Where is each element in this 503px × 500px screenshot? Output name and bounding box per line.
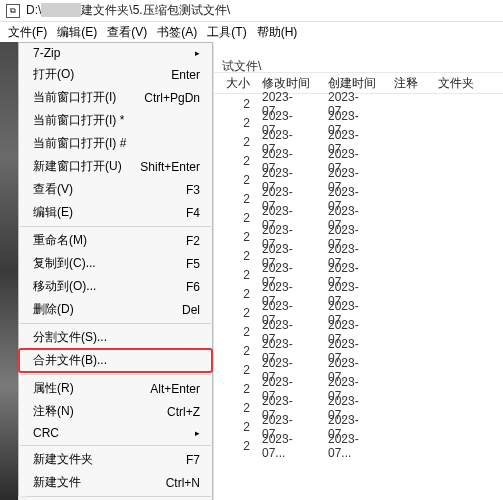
menu-item-label: 新建窗口打开(U) [33,158,122,175]
menu-item[interactable]: 新建窗口打开(U)Shift+Enter [19,155,212,178]
cell-size: 2 [214,268,256,282]
cell-size: 2 [214,287,256,301]
menu-item[interactable]: 复制到(C)...F5 [19,252,212,275]
menu-item[interactable]: 当前窗口打开(I) * [19,109,212,132]
menu-item[interactable]: 重命名(M)F2 [19,229,212,252]
menu-item-label: 新建文件夹 [33,451,93,468]
title-prefix: D:\ [26,3,41,17]
menubar: 文件(F) 编辑(E) 查看(V) 书签(A) 工具(T) 帮助(H) [0,22,503,42]
file-area: 试文件\ 大小 修改时间 创建时间 注释 文件夹 22023-07...2023… [214,42,503,500]
footer-path [18,496,26,500]
menu-item[interactable]: 当前窗口打开(I) # [19,132,212,155]
cell-size: 2 [214,439,256,453]
menu-item-label: 编辑(E) [33,204,73,221]
menu-item-shortcut: F4 [186,206,200,220]
menu-item-shortcut: F3 [186,183,200,197]
file-menu-dropdown: 7-Zip打开(O)Enter当前窗口打开(I)Ctrl+PgDn当前窗口打开(… [18,42,213,500]
cell-size: 2 [214,211,256,225]
menu-item-shortcut: Ctrl+PgDn [144,91,200,105]
cell-size: 2 [214,306,256,320]
menu-separator [20,226,211,227]
menu-item-shortcut: Ctrl+N [166,476,200,490]
menu-item-shortcut: Alt+Enter [150,382,200,396]
menu-item-label: 新建文件 [33,474,81,491]
content: 7-Zip打开(O)Enter当前窗口打开(I)Ctrl+PgDn当前窗口打开(… [0,42,503,500]
menu-separator [20,445,211,446]
menu-item-label: 7-Zip [33,46,60,60]
menu-file[interactable]: 文件(F) [4,22,51,43]
menu-separator [20,323,211,324]
menu-item-label: 注释(N) [33,403,74,420]
menu-item-label: 当前窗口打开(I) # [33,135,126,152]
menu-item-label: 属性(R) [33,380,74,397]
app-icon: ⧉ [6,4,20,18]
menu-item-label: 打开(O) [33,66,74,83]
title-path: D:\xx建文件夹\5.压缩包测试文件\ [26,2,230,19]
col-folder[interactable]: 文件夹 [432,75,503,92]
cell-size: 2 [214,135,256,149]
menu-item-label: 当前窗口打开(I) * [33,112,124,129]
col-size[interactable]: 大小 [214,75,256,92]
menu-item-label: 合并文件(B)... [33,352,107,369]
menu-item-label: 重命名(M) [33,232,87,249]
menu-item-shortcut: F5 [186,257,200,271]
cell-size: 2 [214,249,256,263]
menu-item-label: 移动到(O)... [33,278,96,295]
titlebar: ⧉ D:\xx建文件夹\5.压缩包测试文件\ [0,0,503,22]
title-blur: xx [41,3,81,17]
menu-tools[interactable]: 工具(T) [203,22,250,43]
menu-item[interactable]: 7-Zip [19,43,212,63]
menu-item-shortcut: F7 [186,453,200,467]
rows: 22023-07...2023-07...22023-07...2023-07.… [214,94,503,455]
menu-bookmark[interactable]: 书签(A) [153,22,201,43]
menu-item[interactable]: 合并文件(B)... [19,349,212,372]
cell-size: 2 [214,363,256,377]
cell-size: 2 [214,344,256,358]
menu-item-label: CRC [33,426,59,440]
menu-item-shortcut: Shift+Enter [140,160,200,174]
cell-size: 2 [214,382,256,396]
menu-item[interactable]: 移动到(O)...F6 [19,275,212,298]
left-strip [0,42,18,500]
menu-item-label: 复制到(C)... [33,255,96,272]
cell-size: 2 [214,192,256,206]
title-suffix: 建文件夹\5.压缩包测试文件\ [81,3,230,17]
cell-size: 2 [214,154,256,168]
cell-size: 2 [214,116,256,130]
menu-item[interactable]: 分割文件(S)... [19,326,212,349]
table-row[interactable]: 22023-07...2023-07... [214,436,503,455]
menu-item[interactable]: 删除(D)Del [19,298,212,321]
menu-edit[interactable]: 编辑(E) [53,22,101,43]
cell-size: 2 [214,401,256,415]
menu-item[interactable]: 打开(O)Enter [19,63,212,86]
menu-item[interactable]: 注释(N)Ctrl+Z [19,400,212,423]
menu-item[interactable]: 查看(V)F3 [19,178,212,201]
cell-size: 2 [214,173,256,187]
menu-item-label: 分割文件(S)... [33,329,107,346]
menu-item[interactable]: 当前窗口打开(I)Ctrl+PgDn [19,86,212,109]
menu-item[interactable]: 编辑(E)F4 [19,201,212,224]
menu-item[interactable]: 新建文件夹F7 [19,448,212,471]
cell-size: 2 [214,230,256,244]
menu-item-shortcut: Enter [171,68,200,82]
menu-separator [20,374,211,375]
menu-item[interactable]: CRC [19,423,212,443]
menu-item-shortcut: Del [182,303,200,317]
menu-help[interactable]: 帮助(H) [253,22,302,43]
cell-created: 2023-07... [322,432,388,460]
menu-item-shortcut: F2 [186,234,200,248]
address-row: 试文件\ [214,42,503,72]
menu-item-shortcut: Ctrl+Z [167,405,200,419]
menu-item-label: 查看(V) [33,181,73,198]
cell-modified: 2023-07... [256,432,322,460]
cell-size: 2 [214,97,256,111]
menu-separator [20,496,211,497]
menu-view[interactable]: 查看(V) [103,22,151,43]
cell-size: 2 [214,420,256,434]
col-note[interactable]: 注释 [388,75,432,92]
menu-item-label: 删除(D) [33,301,74,318]
menu-item-label: 当前窗口打开(I) [33,89,116,106]
address-text: 试文件\ [222,58,261,75]
menu-item[interactable]: 属性(R)Alt+Enter [19,377,212,400]
menu-item[interactable]: 新建文件Ctrl+N [19,471,212,494]
